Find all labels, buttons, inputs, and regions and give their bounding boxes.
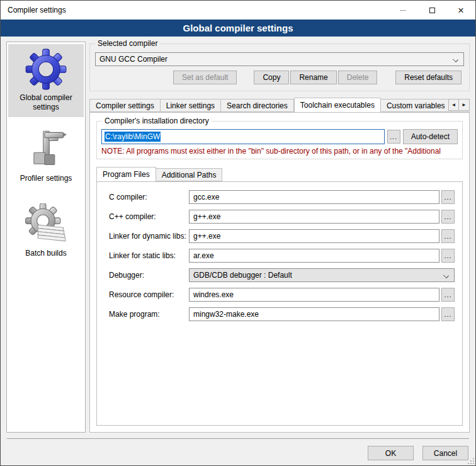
tab-linker-settings[interactable]: Linker settings bbox=[161, 99, 221, 112]
installation-directory-group-label: Compiler's installation directory bbox=[102, 116, 212, 126]
close-button[interactable]: × bbox=[446, 1, 475, 20]
sidebar-item-global-compiler-settings[interactable]: Global compiler settings bbox=[8, 44, 84, 117]
tab-custom-variables[interactable]: Custom variables bbox=[381, 99, 451, 112]
resource-compiler-row: Resource compiler: ... bbox=[105, 288, 455, 302]
chevron-down-icon bbox=[443, 273, 449, 278]
settings-tabstrip: Compiler settings Linker settings Search… bbox=[89, 98, 470, 112]
tab-scroll-left-button[interactable]: ◄ bbox=[448, 99, 459, 111]
gear-blue-icon bbox=[25, 48, 67, 91]
cpp-compiler-browse-button[interactable]: ... bbox=[441, 210, 455, 224]
static-linker-row: Linker for static libs: ... bbox=[105, 249, 455, 263]
installation-directory-value: C:\raylib\MinGW bbox=[105, 132, 161, 142]
sidebar-item-batch-builds[interactable]: Batch builds bbox=[8, 200, 84, 263]
c-compiler-input[interactable] bbox=[189, 190, 439, 204]
gear-batch-icon bbox=[25, 203, 67, 246]
cpp-compiler-label: C++ compiler: bbox=[105, 212, 187, 221]
cpp-compiler-input[interactable] bbox=[189, 210, 439, 224]
set-as-default-button[interactable]: Set as default bbox=[173, 71, 237, 84]
compiler-settings-dialog: Compiler settings × Global compiler sett… bbox=[0, 0, 476, 466]
tab-program-files[interactable]: Program Files bbox=[96, 167, 156, 181]
installation-directory-input[interactable]: C:\raylib\MinGW bbox=[101, 129, 385, 144]
dynamic-linker-row: Linker for dynamic libs: ... bbox=[105, 229, 455, 243]
cpp-compiler-row: C++ compiler: ... bbox=[105, 210, 455, 224]
dialog-header-title: Global compiler settings bbox=[183, 23, 293, 33]
static-linker-label: Linker for static libs: bbox=[105, 251, 187, 260]
installation-directory-browse-button[interactable]: ... bbox=[387, 130, 400, 144]
dialog-footer: OK Cancel bbox=[1, 433, 475, 465]
resource-compiler-browse-button[interactable]: ... bbox=[441, 288, 455, 302]
minimize-button[interactable] bbox=[388, 1, 417, 20]
sidebar-item-profiler-settings[interactable]: Profiler settings bbox=[8, 125, 84, 188]
ok-button[interactable]: OK bbox=[368, 446, 414, 460]
cancel-button[interactable]: Cancel bbox=[422, 446, 468, 460]
tab-toolchain-executables[interactable]: Toolchain executables bbox=[294, 98, 381, 112]
debugger-row: Debugger: GDB/CDB debugger : Default bbox=[105, 268, 455, 282]
dynamic-linker-input[interactable] bbox=[189, 229, 439, 243]
compiler-select-value: GNU GCC Compiler bbox=[99, 55, 167, 64]
tab-scroll-right-icon: ► bbox=[462, 102, 467, 108]
reset-defaults-button[interactable]: Reset defaults bbox=[395, 71, 462, 84]
sidebar-item-label: Batch builds bbox=[25, 249, 66, 258]
c-compiler-browse-button[interactable]: ... bbox=[441, 190, 455, 204]
debugger-label: Debugger: bbox=[105, 271, 187, 280]
caliper-icon bbox=[25, 128, 67, 171]
debugger-select[interactable]: GDB/CDB debugger : Default bbox=[189, 268, 455, 282]
static-linker-input[interactable] bbox=[189, 249, 439, 263]
dialog-header: Global compiler settings bbox=[1, 20, 475, 37]
make-program-row: Make program: ... bbox=[105, 307, 455, 321]
delete-button[interactable]: Delete bbox=[338, 71, 378, 84]
maximize-icon bbox=[429, 8, 435, 13]
program-files-page: C compiler: ... C++ compiler: ... Linker… bbox=[96, 181, 463, 426]
dynamic-linker-browse-button[interactable]: ... bbox=[441, 229, 455, 243]
maximize-button[interactable] bbox=[417, 1, 446, 20]
titlebar: Compiler settings × bbox=[1, 1, 475, 20]
dynamic-linker-label: Linker for dynamic libs: bbox=[105, 232, 187, 241]
debugger-select-value: GDB/CDB debugger : Default bbox=[193, 271, 292, 280]
program-tabstrip: Program Files Additional Paths bbox=[96, 167, 463, 181]
sidebar-item-label: Profiler settings bbox=[20, 174, 72, 183]
c-compiler-label: C compiler: bbox=[105, 193, 187, 202]
window-title: Compiler settings bbox=[1, 6, 388, 14]
resource-compiler-input[interactable] bbox=[189, 288, 439, 302]
c-compiler-row: C compiler: ... bbox=[105, 190, 455, 204]
tab-additional-paths[interactable]: Additional Paths bbox=[156, 168, 223, 181]
sidebar-item-label: Global compiler settings bbox=[9, 93, 82, 112]
minimize-icon bbox=[400, 10, 406, 11]
tab-search-directories[interactable]: Search directories bbox=[221, 99, 294, 112]
toolchain-executables-page: Compiler's installation directory C:\ray… bbox=[89, 112, 470, 433]
auto-detect-button[interactable]: Auto-detect bbox=[403, 129, 458, 144]
selected-compiler-group: Selected compiler GNU GCC Compiler Set a… bbox=[89, 43, 470, 91]
tab-scroll-left-icon: ◄ bbox=[451, 102, 456, 108]
make-program-input[interactable] bbox=[189, 307, 439, 321]
installation-directory-group: Compiler's installation directory C:\ray… bbox=[96, 121, 463, 159]
chevron-down-icon bbox=[453, 57, 458, 62]
make-program-browse-button[interactable]: ... bbox=[441, 307, 455, 321]
make-program-label: Make program: bbox=[105, 310, 187, 319]
selected-compiler-group-label: Selected compiler bbox=[95, 39, 160, 48]
resource-compiler-label: Resource compiler: bbox=[105, 290, 187, 299]
tab-compiler-settings[interactable]: Compiler settings bbox=[89, 99, 161, 112]
settings-category-list: Global compiler settings bbox=[6, 42, 86, 433]
copy-button[interactable]: Copy bbox=[254, 71, 289, 84]
tab-scroll-right-button[interactable]: ► bbox=[459, 99, 470, 111]
close-icon: × bbox=[458, 5, 464, 16]
bin-subdirectory-note: NOTE: All programs must exist either in … bbox=[101, 147, 458, 156]
static-linker-browse-button[interactable]: ... bbox=[441, 249, 455, 263]
compiler-select[interactable]: GNU GCC Compiler bbox=[95, 52, 464, 66]
rename-button[interactable]: Rename bbox=[290, 71, 336, 84]
resize-grip-icon[interactable] bbox=[468, 458, 474, 464]
